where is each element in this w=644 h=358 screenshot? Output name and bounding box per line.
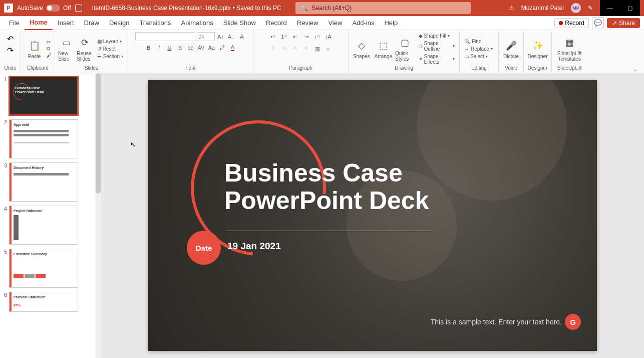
thumbnail-4[interactable]: Project Rationale [9, 206, 78, 245]
tab-record[interactable]: Record [261, 16, 292, 30]
section-button[interactable]: ☰ Section ▾ [96, 53, 125, 60]
copy-icon[interactable]: ⧉ [47, 46, 52, 52]
underline-button[interactable]: U [165, 43, 174, 52]
arrange-button[interactable]: ⬚ Arrange [374, 39, 394, 59]
user-name[interactable]: Muzammil Patel [521, 5, 564, 12]
scrollbar-thumb[interactable] [96, 73, 101, 194]
date-badge[interactable]: Date [187, 231, 221, 265]
share-button[interactable]: ↗ Share [607, 18, 640, 28]
thumbnail-1[interactable]: Business CasePowerPoint Deck [9, 76, 78, 115]
g-badge[interactable]: G [565, 314, 581, 330]
justify-button[interactable]: ≡ [302, 44, 311, 53]
reuse-slides-button[interactable]: ⟳ Reuse Slides [77, 36, 93, 62]
italic-button[interactable]: I [155, 43, 164, 52]
tab-transitions[interactable]: Transitions [134, 16, 176, 30]
thumbnail-6[interactable]: Problem Statement 65% [9, 292, 78, 312]
slide-canvas[interactable]: Business CasePowerPoint Deck Date 19 Jan… [148, 80, 597, 351]
tab-file[interactable]: File [4, 16, 25, 30]
new-slide-icon: ▭ [60, 36, 74, 50]
thumb-number: 1 [2, 76, 7, 115]
bullets-button[interactable]: •≡ [269, 32, 278, 41]
strike-button[interactable]: S [176, 43, 185, 52]
replace-button[interactable]: ↔ Replace ▾ [463, 46, 494, 52]
tab-slideshow[interactable]: Slide Show [218, 16, 261, 30]
align-left-button[interactable]: ≡ [269, 44, 278, 53]
date-value[interactable]: 19 Jan 2021 [227, 241, 281, 252]
shape-effects-button[interactable]: ✦ Shape Effects ▾ [417, 53, 456, 65]
increase-font-icon[interactable]: A↑ [216, 32, 225, 41]
decrease-font-icon[interactable]: A↓ [227, 32, 236, 41]
new-slide-button[interactable]: ▭ New Slide [58, 36, 75, 62]
font-size-select[interactable]: 24 [197, 32, 215, 41]
group-clipboard-label: Clipboard [24, 65, 52, 72]
tab-design[interactable]: Design [104, 16, 134, 30]
tab-help[interactable]: Help [379, 16, 403, 30]
slide-stage[interactable]: ↖ Business CasePowerPoint Deck Date 19 J… [101, 73, 644, 358]
group-drawing-label: Drawing [352, 65, 456, 72]
tab-view[interactable]: View [323, 16, 347, 30]
select-button[interactable]: ▭ Select ▾ [463, 53, 494, 60]
undo-icon[interactable]: ↶ [7, 34, 14, 44]
columns-button[interactable]: ▥ [313, 44, 322, 53]
numbering-button[interactable]: 1≡ [280, 32, 289, 41]
align-center-button[interactable]: ≡ [280, 44, 289, 53]
filename-area[interactable]: ItemID-6658-Business Case Presentation-1… [92, 5, 285, 12]
tab-insert[interactable]: Insert [53, 16, 79, 30]
quick-styles-button[interactable]: ▢ Quick Styles [395, 36, 415, 62]
designer-button[interactable]: ✨ Designer [527, 39, 548, 59]
search-box[interactable]: 🔍 Search (Alt+Q) [295, 2, 471, 14]
find-button[interactable]: 🔍 Find [463, 38, 494, 45]
font-color-button[interactable]: A [228, 43, 237, 52]
tab-draw[interactable]: Draw [79, 16, 104, 30]
shape-outline-button[interactable]: ◇ Shape Outline ▾ [417, 40, 456, 52]
maximize-button[interactable]: ▢ [620, 0, 640, 16]
shape-fill-button[interactable]: ◆ Shape Fill ▾ [417, 33, 456, 39]
clear-format-icon[interactable]: A̶ [237, 32, 246, 41]
smartart-button[interactable]: ⟐ [324, 44, 333, 53]
slideuplift-button[interactable]: ▦ SlideUpLift Templates [555, 36, 584, 62]
chevron-down-icon[interactable]: ▾ [283, 6, 285, 11]
cut-icon[interactable]: ✂ [47, 39, 52, 45]
thumbnail-3[interactable]: Document History [9, 162, 78, 202]
thumbnails-scrollbar[interactable] [95, 73, 101, 358]
sample-text[interactable]: This is a sample text. Enter your text h… [431, 318, 562, 326]
tab-review[interactable]: Review [292, 16, 324, 30]
line-spacing-button[interactable]: ↕≡ [313, 32, 322, 41]
bold-button[interactable]: B [144, 43, 153, 52]
spacing-button[interactable]: AV [197, 43, 206, 52]
slide-title[interactable]: Business CasePowerPoint Deck [224, 159, 429, 215]
pen-icon[interactable]: ✎ [588, 5, 593, 12]
user-avatar[interactable]: MP [571, 3, 581, 13]
shadow-button[interactable]: ab [186, 43, 195, 52]
highlight-button[interactable]: 🖍 [218, 43, 227, 52]
group-font-label: Font [131, 65, 250, 72]
text-direction-button[interactable]: ↕A [324, 32, 333, 41]
tab-addins[interactable]: Add-ins [347, 16, 379, 30]
reset-button[interactable]: ↺ Reset [96, 46, 125, 52]
align-right-button[interactable]: ≡ [291, 44, 300, 53]
dictate-button[interactable]: 🎤 Dictate [502, 39, 520, 59]
thumbnail-5[interactable]: Executive Summary [9, 249, 78, 288]
toggle-switch[interactable] [46, 5, 60, 12]
autosave-toggle[interactable]: AutoSave Off [17, 5, 71, 12]
redo-icon[interactable]: ↷ [7, 46, 14, 55]
shapes-button[interactable]: ◇ Shapes [352, 39, 372, 59]
format-painter-icon[interactable]: 🖌 [47, 53, 52, 58]
comments-button[interactable]: 💬 [592, 17, 604, 29]
thumbnail-2[interactable]: Approval [9, 119, 78, 158]
case-button[interactable]: Aa [207, 43, 216, 52]
font-family-select[interactable] [135, 32, 195, 41]
layout-button[interactable]: ▦ Layout ▾ [96, 38, 125, 45]
tab-animations[interactable]: Animations [176, 16, 218, 30]
tab-home[interactable]: Home [25, 16, 53, 30]
slideuplift-icon: ▦ [562, 36, 576, 50]
collapse-ribbon-icon[interactable]: ⌄ [633, 66, 637, 72]
indent-more-button[interactable]: ⇥ [302, 32, 311, 41]
indent-less-button[interactable]: ⇤ [291, 32, 300, 41]
record-button[interactable]: Record [554, 18, 589, 28]
save-icon[interactable] [75, 5, 82, 12]
paste-button[interactable]: 📋 Paste [24, 39, 45, 59]
minimize-button[interactable]: — [600, 0, 620, 16]
slide-thumbnails-panel[interactable]: 1 Business CasePowerPoint Deck 2 Approva… [0, 73, 95, 358]
warning-icon[interactable]: ⚠ [509, 5, 514, 12]
